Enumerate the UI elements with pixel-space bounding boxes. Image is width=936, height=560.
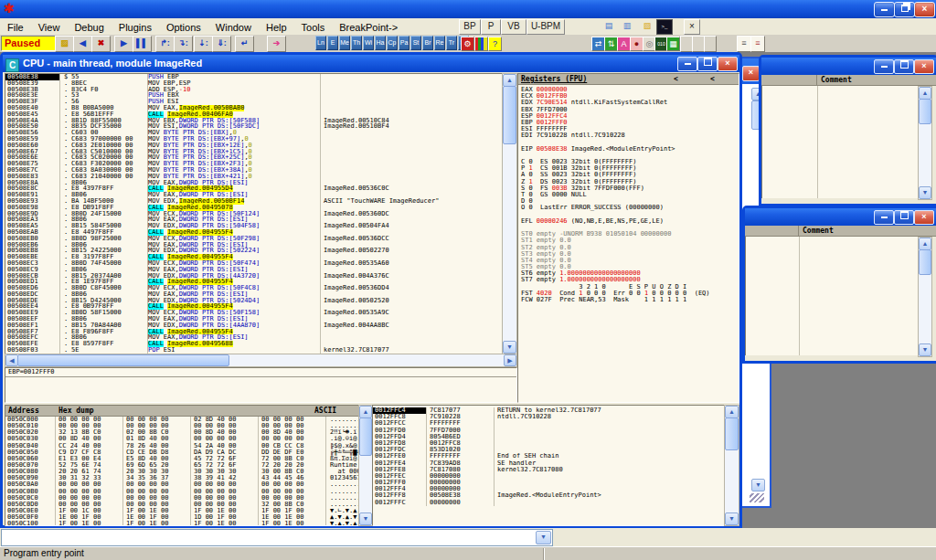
scroll-down-icon[interactable]: ▼ bbox=[919, 186, 931, 199]
comment1-minimize-button[interactable] bbox=[874, 59, 894, 74]
stack-row[interactable]: 0012FFF000000000 bbox=[373, 480, 724, 486]
disasm-row[interactable]: 00508E50.8B35 DCF35000MOV ESI,DWORD PTR … bbox=[5, 123, 502, 130]
disasm-row[interactable]: 00508E93.BA 14BF5000MOV EDX,ImageRed.005… bbox=[5, 198, 502, 205]
menu-button-u-bpm[interactable]: U-BPM bbox=[526, 19, 565, 35]
menu-item-window[interactable]: Window bbox=[208, 20, 259, 33]
dump-address-header[interactable]: Address bbox=[8, 406, 39, 416]
dump-row[interactable]: 0050C00000 00 00 0000 00 00 0002 8D 40 0… bbox=[5, 417, 358, 423]
help-button[interactable]: ? bbox=[488, 37, 502, 51]
disasm-row[interactable]: 00508EDC.8B06MOV EAX,DWORD PTR DS:[ESI] bbox=[5, 291, 502, 298]
disasm-row[interactable]: 00508EAB.E8 4497F8FFCALL ImageRed.004955… bbox=[5, 229, 502, 236]
cpu-close-button[interactable]: × bbox=[718, 57, 738, 71]
dump-row[interactable]: 0050C0C000 00 00 0000 00 00 0000 00 00 0… bbox=[5, 495, 358, 502]
execute-till-return-button[interactable]: ↵ bbox=[235, 36, 254, 52]
comment1-column-header[interactable]: Comment bbox=[761, 75, 936, 86]
stack-row[interactable]: 0012FFD80012FFC8 bbox=[373, 440, 724, 447]
view-button-me[interactable]: Me bbox=[339, 36, 350, 50]
comment2-col1-header[interactable] bbox=[745, 226, 799, 236]
register-line[interactable] bbox=[518, 212, 739, 218]
register-line[interactable]: FCW 027F Prec NEAR,53 Mask 1 1 1 1 1 1 bbox=[518, 297, 739, 303]
scroll-down-icon[interactable]: ▼ bbox=[503, 341, 516, 354]
stack-row[interactable]: 0012FFC47C817077RETURN to kernel32.7C817… bbox=[373, 407, 724, 414]
scroll-thumb[interactable] bbox=[359, 417, 372, 456]
comment2-column-header[interactable]: Comment bbox=[745, 226, 936, 237]
comment2-maximize-button[interactable] bbox=[894, 210, 914, 225]
registers-header[interactable]: Registers (FPU) < < bbox=[518, 74, 739, 85]
dump-row[interactable]: 0050C07052 75 6E 7469 6D 65 2065 72 72 6… bbox=[5, 462, 358, 469]
disasm-row[interactable]: 00508EA3.8B06MOV EAX,DWORD PTR DS:[ESI] bbox=[5, 217, 502, 223]
trace-over-button[interactable]: ⇓: bbox=[212, 36, 231, 52]
stack-row[interactable]: 0012FFEC00000000 bbox=[373, 473, 724, 480]
view-button-br[interactable]: Br bbox=[422, 36, 433, 50]
scroll-thumb[interactable] bbox=[17, 354, 229, 366]
disasm-row[interactable]: 00508E60.C683 2E010000 00MOV BYTE PTR DS… bbox=[5, 143, 502, 149]
comment1-maximize-button[interactable] bbox=[894, 59, 914, 74]
dump-row[interactable]: 0050C0A000 00 00 0000 00 00 0000 00 00 0… bbox=[5, 481, 358, 488]
disasm-row[interactable]: 00508F03.5EPOP ESIkernel32.7C817077 bbox=[5, 347, 502, 354]
dump-row[interactable]: 0050C1001F 00 1E 001F 00 1E 001F 00 1E 0… bbox=[5, 521, 358, 526]
menu-item-help[interactable]: Help bbox=[259, 20, 294, 33]
scroll-right-icon[interactable]: ▶ bbox=[504, 354, 516, 366]
stack-pane[interactable]: 0012FFC47C817077RETURN to kernel32.7C817… bbox=[372, 405, 725, 526]
register-line[interactable]: Z 1 DS 0023 32bit 0(FFFFFFFF) bbox=[518, 179, 739, 185]
scroll-down-icon[interactable]: ▼ bbox=[359, 512, 372, 525]
comment-window-2-titlebar[interactable]: × bbox=[745, 208, 936, 226]
menu-item-debug[interactable]: Debug bbox=[67, 20, 111, 33]
stack-row[interactable]: 0012FFE47C839AD8SE handler bbox=[373, 460, 724, 467]
disassembly-pane[interactable]: 00508E38$55PUSH EBP00508E39.8BECMOV EBP,… bbox=[5, 73, 503, 354]
terminal-icon[interactable]: >_ bbox=[656, 19, 673, 35]
register-line[interactable]: EFL 00000246 (NO,NB,E,BE,NS,PE,GE,LE) bbox=[518, 218, 739, 225]
document-icon[interactable]: ▥ bbox=[620, 19, 634, 33]
minimize-button[interactable] bbox=[874, 2, 895, 17]
view-button-ln[interactable]: Ln bbox=[315, 36, 326, 50]
register-line[interactable]: P 1 CS 001B 32bit 0(FFFFFFFF) bbox=[518, 165, 739, 172]
dump-row[interactable]: 0050C03000 8D 40 0001 8D 40 0000 00 00 0… bbox=[5, 436, 358, 442]
disasm-row[interactable]: 00508EFC.8B06MOV EAX,DWORD PTR DS:[ESI] bbox=[5, 334, 502, 341]
scroll-up-icon[interactable]: ▲ bbox=[725, 406, 739, 418]
menu-button-p[interactable]: P bbox=[481, 19, 501, 35]
disasm-row[interactable]: 00508E3B.83C4 F0ADD ESP,-10 bbox=[5, 87, 502, 93]
register-line[interactable]: EBX 7FFD7000 bbox=[518, 107, 739, 113]
view-button-e[interactable]: E bbox=[327, 36, 338, 50]
dump-row[interactable]: 0050C0E01F 00 1C 001F 00 1E 001F 00 1E 0… bbox=[5, 508, 358, 514]
view-button-wi[interactable]: Wi bbox=[363, 36, 374, 50]
scroll-thumb[interactable] bbox=[725, 417, 739, 450]
register-line[interactable]: EIP 00508E38 ImageRed.<ModuleEntryPoint> bbox=[518, 146, 739, 153]
register-line[interactable]: ESP 0012FFC4 bbox=[518, 113, 739, 120]
empty-button-3[interactable] bbox=[704, 36, 717, 52]
menu-item-plugins[interactable]: Plugins bbox=[112, 20, 159, 33]
menu-item-tools[interactable]: Tools bbox=[294, 20, 333, 33]
disasm-row[interactable]: 00508EFE.E8 8597F8FFCALL ImageRed.004956… bbox=[5, 341, 502, 347]
register-line[interactable]: S 0 FS 003B 32bit 7FFDF000(FFF) bbox=[518, 185, 739, 192]
register-line[interactable]: C 0 ES 0023 32bit 0(FFFFFFFF) bbox=[518, 159, 739, 165]
comment1-col1-header[interactable] bbox=[761, 75, 817, 85]
close-button[interactable]: × bbox=[914, 2, 935, 17]
disasm-row[interactable]: 00508EF7.E8 F896F8FFCALL ImageRed.004955… bbox=[5, 329, 502, 335]
register-line[interactable]: FST 4020 Cond 1 0 0 0 Err 0 0 1 0 0 0 0 … bbox=[518, 291, 739, 297]
restart-button[interactable]: ◀ bbox=[73, 36, 92, 52]
dump-vscrollbar[interactable]: ▲ ▼ bbox=[358, 405, 373, 526]
dump-row[interactable]: 0050C02032 13 8B C002 00 8B C000 8D 40 0… bbox=[5, 429, 358, 436]
empty-button-1[interactable] bbox=[680, 36, 693, 52]
pause-button[interactable]: ▌▌ bbox=[133, 36, 152, 52]
disasm-row[interactable]: 00508E98.E8 DB91F8FFCALL ImageRed.004950… bbox=[5, 205, 502, 211]
disasm-row[interactable]: 00508E40.B8 B0BA5000MOV EAX,ImageRed.005… bbox=[5, 105, 502, 111]
register-line[interactable]: ST2 empty 0.0 bbox=[518, 245, 739, 251]
register-line[interactable]: O 0 LastErr ERROR_SUCCESS (00000000) bbox=[518, 205, 739, 211]
menu-button-vb[interactable]: VB bbox=[501, 19, 526, 35]
open-file-button[interactable]: ▨ bbox=[55, 36, 74, 52]
dump-row[interactable]: 0050C0D000 00 00 0000 00 00 0000 00 00 0… bbox=[5, 502, 358, 508]
cpu-maximize-button[interactable] bbox=[697, 57, 718, 71]
disasm-row[interactable]: 00508EA5.8B15 584F5000MOV EDX,DWORD PTR … bbox=[5, 223, 502, 229]
register-line[interactable]: ST5 empty 0.0 bbox=[518, 264, 739, 270]
disasm-row[interactable]: 00508E83.C683 21040000 00MOV BYTE PTR DS… bbox=[5, 174, 502, 180]
comment-window-1-titlebar[interactable]: × bbox=[761, 58, 936, 75]
stack-vscrollbar[interactable]: ▲ ▼ bbox=[724, 405, 739, 526]
register-line[interactable] bbox=[518, 225, 739, 231]
disasm-row[interactable]: 00508ED1.E8 1E97F8FFCALL ImageRed.004955… bbox=[5, 279, 502, 285]
disasm-row[interactable]: 00508EE9.8B0D 58F15000MOV ECX,DWORD PTR … bbox=[5, 310, 502, 316]
disasm-row[interactable]: 00508E3F.56PUSH ESI bbox=[5, 99, 502, 105]
disasm-row[interactable]: 00508E8A.8B06MOV EAX,DWORD PTR DS:[ESI] bbox=[5, 180, 502, 186]
units-button[interactable]: ⇅ bbox=[604, 37, 618, 51]
dump-row[interactable]: 0050C050C9 D7 CF C8CD CE DB D8DA D9 CA D… bbox=[5, 449, 358, 456]
